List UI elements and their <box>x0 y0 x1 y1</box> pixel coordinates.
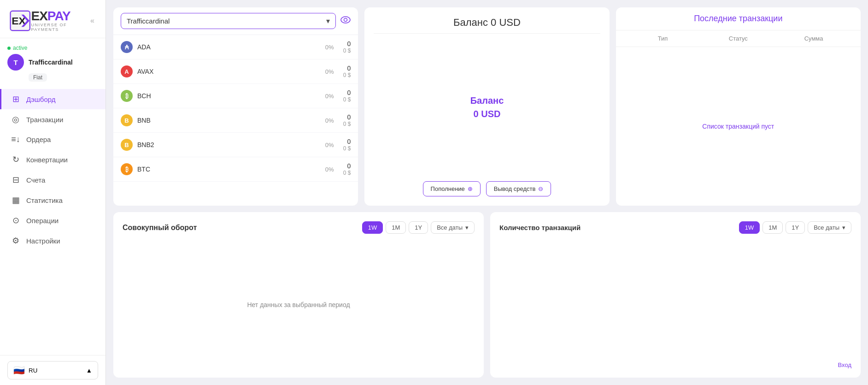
turnover-date-dropdown[interactable]: Все даты ▾ <box>431 221 475 234</box>
logo-subtitle: UNIVERSE OF PAYMENTS <box>31 23 88 32</box>
nav-item-conversions[interactable]: ↻ Конвертации <box>0 149 106 170</box>
coin-name: BNB <box>137 117 321 124</box>
coin-pct: 0% <box>325 68 334 75</box>
coin-amount: 0 0 $ <box>343 40 351 54</box>
coin-pct: 0% <box>325 44 334 51</box>
balance-amount: 0 USD <box>474 109 501 119</box>
nav-item-settings[interactable]: ⚙ Настройки <box>0 231 106 251</box>
wallet-row: B BNB2 0% 0 0 $ <box>113 133 358 157</box>
dashboard-icon: ⊞ <box>11 94 21 104</box>
wallet-select[interactable]: Trafficcardinal ▾ <box>121 13 336 29</box>
coin-name: BCH <box>137 92 321 100</box>
logo-area: EX EXPAY UNIVERSE OF PAYMENTS « <box>0 0 106 38</box>
lang-left: 🇷🇺 RU <box>13 365 37 376</box>
orders-icon: ≡↓ <box>11 135 21 144</box>
withdraw-button[interactable]: Вывод средств ⊖ <box>486 181 551 196</box>
withdraw-label: Вывод средств <box>494 185 536 192</box>
turnover-empty-text: Нет данных за выбранный период <box>247 301 350 308</box>
deposit-button[interactable]: Пополнение ⊕ <box>423 181 481 196</box>
nav-item-orders[interactable]: ≡↓ Ордера <box>0 130 106 149</box>
language-button[interactable]: 🇷🇺 RU ▲ <box>7 361 98 379</box>
nav-label-operations: Операции <box>26 217 59 225</box>
coin-amount-main: 0 <box>343 113 351 121</box>
nav-item-operations[interactable]: ⊙ Операции <box>0 210 106 231</box>
tx-count-1y-btn[interactable]: 1Y <box>786 221 805 234</box>
wallet-row: ₿ BCH 0% 0 0 $ <box>113 84 358 108</box>
coin-name: BTC <box>137 166 321 173</box>
tx-count-1m-btn[interactable]: 1M <box>762 221 783 234</box>
nav-item-accounts[interactable]: ⊟ Счета <box>0 170 106 190</box>
wallet-dropdown-arrow-icon: ▾ <box>326 17 330 25</box>
tx-count-date-dropdown[interactable]: Все даты ▾ <box>808 221 851 234</box>
operations-icon: ⊙ <box>11 215 21 225</box>
turnover-dropdown-arrow-icon: ▾ <box>465 224 469 231</box>
col-type: Тип <box>625 35 701 42</box>
wallets-card: Trafficcardinal ▾ ₳ ADA 0% 0 0 $ <box>113 7 358 206</box>
transactions-columns: Тип Статус Сумма <box>616 30 861 47</box>
turnover-1m-btn[interactable]: 1M <box>386 221 406 234</box>
coin-amount-main: 0 <box>343 162 351 170</box>
coin-pct: 0% <box>325 93 334 100</box>
coin-amount-main: 0 <box>343 65 351 72</box>
tx-count-1w-btn[interactable]: 1W <box>739 221 760 234</box>
turnover-1y-btn[interactable]: 1Y <box>409 221 428 234</box>
active-dot <box>7 47 11 50</box>
tx-count-entry-link[interactable]: Вход <box>838 361 851 368</box>
statistics-icon: ▦ <box>11 195 21 205</box>
eye-icon[interactable] <box>340 16 351 26</box>
balance-label: Баланс <box>470 95 504 106</box>
transactions-empty: Список транзакций пуст <box>616 47 861 206</box>
nav-label-accounts: Счета <box>26 176 45 184</box>
coin-icon: ₿ <box>121 90 133 102</box>
turnover-all-dates-label: Все даты <box>437 224 463 231</box>
collapse-button[interactable]: « <box>88 15 96 27</box>
coin-pct: 0% <box>325 166 334 173</box>
coin-amount-usd: 0 $ <box>343 145 351 152</box>
top-row: Trafficcardinal ▾ ₳ ADA 0% 0 0 $ <box>113 7 861 206</box>
coin-name: ADA <box>137 43 321 51</box>
col-sum: Сумма <box>776 35 851 42</box>
wallets-list-wrap: ₳ ADA 0% 0 0 $ A AVAX 0% 0 0 $ ₿ BCH 0% … <box>113 35 358 206</box>
avatar: T <box>7 54 24 71</box>
accounts-icon: ⊟ <box>11 175 21 185</box>
coin-amount-usd: 0 $ <box>343 96 351 103</box>
nav-label-transactions: Транзакции <box>26 116 63 124</box>
main-content: Trafficcardinal ▾ ₳ ADA 0% 0 0 $ <box>106 0 868 385</box>
transactions-card: Последние транзакции Тип Статус Сумма Сп… <box>616 7 861 206</box>
sidebar: EX EXPAY UNIVERSE OF PAYMENTS « active T… <box>0 0 106 385</box>
coin-amount-usd: 0 $ <box>343 121 351 127</box>
transactions-icon: ◎ <box>11 114 21 124</box>
flag-icon: 🇷🇺 <box>13 365 25 376</box>
turnover-period-btns: 1W 1M 1Y Все даты ▾ <box>362 221 475 234</box>
svg-point-4 <box>341 17 350 23</box>
turnover-1w-btn[interactable]: 1W <box>362 221 383 234</box>
bottom-row: Совокупный оборот 1W 1M 1Y Все даты ▾ Не… <box>113 212 861 378</box>
nav-label-dashboard: Дэшборд <box>26 95 56 103</box>
coin-icon: A <box>121 65 133 77</box>
turnover-chart-empty: Нет данных за выбранный период <box>123 241 475 368</box>
nav-item-statistics[interactable]: ▦ Статистика <box>0 190 106 210</box>
language-section: 🇷🇺 RU ▲ <box>0 355 106 385</box>
transactions-empty-text: Список транзакций пуст <box>702 123 774 130</box>
nav: ⊞ Дэшборд ◎ Транзакции ≡↓ Ордера ↻ Конве… <box>0 85 106 355</box>
coin-amount: 0 0 $ <box>343 89 351 103</box>
logo-name: EXPAY <box>31 10 88 23</box>
user-row: T Trafficcardinal <box>7 54 98 71</box>
active-badge: active <box>7 45 98 51</box>
minus-circle-icon: ⊖ <box>538 185 543 192</box>
balance-header: Баланс 0 USD <box>374 17 600 34</box>
wallets-header: Trafficcardinal ▾ <box>113 7 358 35</box>
chart-header: Совокупный оборот 1W 1M 1Y Все даты ▾ <box>123 221 475 234</box>
coin-amount: 0 0 $ <box>343 162 351 176</box>
nav-item-transactions[interactable]: ◎ Транзакции <box>0 109 106 130</box>
tx-count-card: Количество транзакций 1W 1M 1Y Все даты … <box>490 212 861 378</box>
coin-amount-usd: 0 $ <box>343 170 351 176</box>
nav-item-dashboard[interactable]: ⊞ Дэшборд <box>0 89 106 109</box>
coin-amount-usd: 0 $ <box>343 47 351 54</box>
logo-icon: EX <box>9 8 31 33</box>
wallet-row: B BNB 0% 0 0 $ <box>113 108 358 133</box>
coin-pct: 0% <box>325 142 334 148</box>
coin-amount-main: 0 <box>343 89 351 96</box>
coin-icon: ₿ <box>121 163 133 175</box>
tx-count-all-dates-label: Все даты <box>814 224 839 231</box>
